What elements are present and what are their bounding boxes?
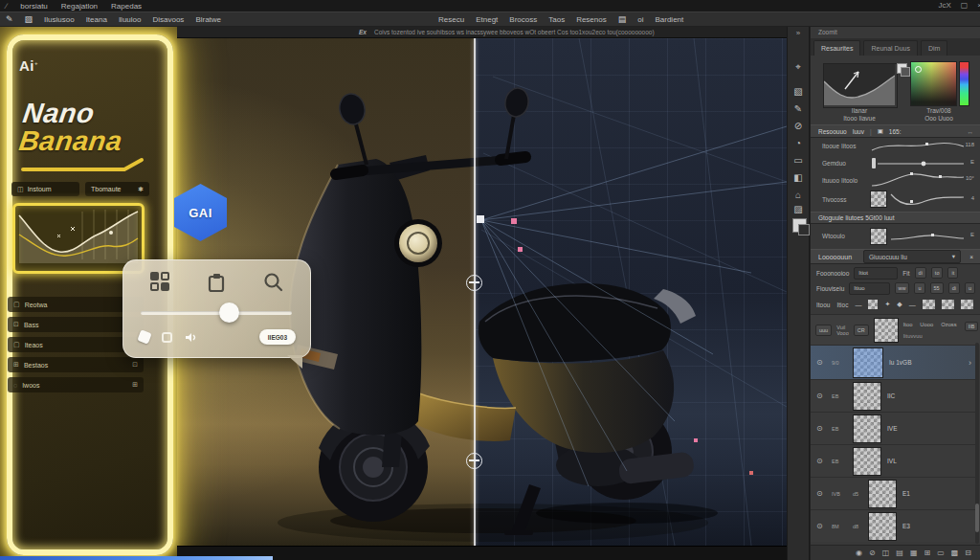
tab-dim[interactable]: Dim <box>921 40 947 56</box>
frame-icon[interactable] <box>162 332 172 343</box>
option-item[interactable]: oi <box>637 15 643 24</box>
texture-thumbnail[interactable] <box>870 190 887 208</box>
hue-slider[interactable] <box>959 61 969 106</box>
mini-slider[interactable] <box>870 155 966 170</box>
tab-tbomaute[interactable]: Tbomaute ✱ <box>85 182 149 196</box>
list-item[interactable]: ⊞ Bestaos ⊡ <box>8 357 144 372</box>
menu-item-file[interactable]: borsiatu <box>20 2 47 11</box>
option-item[interactable]: Iteana <box>86 15 107 24</box>
item-action-icon[interactable]: ⊡ <box>132 361 138 369</box>
thumb-icon[interactable] <box>923 300 935 309</box>
tab-instoum[interactable]: ◫ Instoum <box>11 182 79 196</box>
tab-reunal-duus[interactable]: Reunal Duus <box>863 40 917 56</box>
layer-row[interactable]: ⊙ IVB d5 E1 <box>811 477 977 509</box>
fill-button[interactable]: u <box>965 282 975 294</box>
star-icon[interactable]: ✦ <box>884 301 890 308</box>
tab-resaurites[interactable]: Resaurites <box>813 40 860 56</box>
art-thumbnail[interactable] <box>874 318 899 343</box>
divider-handle-top[interactable] <box>466 275 482 291</box>
layer-row[interactable]: ⊙ 8M d8 E3 <box>811 509 977 542</box>
layer-effects-icon[interactable]: ⊘ <box>869 549 876 557</box>
eraser-tool[interactable]: ◔ <box>788 138 809 148</box>
gradient-thumbnail[interactable] <box>870 228 887 245</box>
layer-thumbnail[interactable] <box>853 382 881 411</box>
hand-tool[interactable]: ⌂ <box>788 190 809 200</box>
option-item[interactable]: Ilusiusoo <box>44 15 75 24</box>
checkbox-icon[interactable]: ▣ <box>878 127 883 135</box>
move-tool[interactable]: ⌖ <box>788 61 809 73</box>
strength-slider[interactable] <box>141 311 292 315</box>
link-layers-icon[interactable]: ◉ <box>856 549 862 557</box>
lock-pixels-button[interactable]: to <box>931 267 944 279</box>
clone-tool[interactable]: ⊘ <box>788 121 809 131</box>
option-item[interactable]: Brocoss <box>509 15 537 24</box>
layers-scrollbar[interactable] <box>975 343 979 544</box>
brush-icon[interactable]: ✎ <box>6 14 13 24</box>
close-icon[interactable]: × <box>969 254 973 260</box>
layout-grid-icon[interactable] <box>150 272 169 291</box>
visibility-eye-icon[interactable]: ⊙ <box>816 392 826 400</box>
layer-row[interactable]: ⊙ EB IIC <box>811 379 977 412</box>
brush-tool[interactable]: ✎ <box>788 103 809 114</box>
list-item[interactable]: ◌ Iwoos ⊞ <box>8 377 144 392</box>
lock-transparency-button[interactable]: di <box>915 267 926 279</box>
layers-filter-dropdown[interactable]: Giuuocuuu liu ▾ <box>863 250 961 263</box>
visibility-eye-icon[interactable]: ⊙ <box>816 358 826 367</box>
layer-thumbnail[interactable] <box>853 347 883 378</box>
search-icon[interactable] <box>262 272 283 293</box>
option-item[interactable]: Resecu <box>438 15 464 24</box>
pattern-tool[interactable]: ▨ <box>788 204 809 214</box>
speaker-icon[interactable] <box>184 331 197 344</box>
fill-button[interactable]: u <box>914 282 924 294</box>
group-layers-icon[interactable]: ▦ <box>910 549 918 557</box>
fill-button[interactable]: 55 <box>930 282 944 294</box>
curve-graph[interactable] <box>889 228 966 245</box>
fill-button[interactable]: di <box>948 282 960 294</box>
crop-tool[interactable]: ▭ <box>788 155 809 166</box>
layer-mask-icon[interactable]: ◫ <box>882 549 890 557</box>
collapse-panel-icon[interactable]: » <box>788 29 809 37</box>
layer-thumbnail[interactable] <box>868 512 897 541</box>
option-item[interactable]: Bardient <box>655 15 683 24</box>
before-after-divider[interactable] <box>474 38 476 546</box>
option-item[interactable]: Iluuloo <box>119 15 142 24</box>
slider-knob[interactable] <box>219 302 239 323</box>
saturation-square[interactable] <box>910 61 957 106</box>
clipboard-icon[interactable] <box>206 272 227 293</box>
adjustment-layer-icon[interactable]: ▤ <box>896 549 903 557</box>
option-item[interactable]: Disavoos <box>152 15 184 24</box>
blend-mode-select[interactable]: Itiot <box>854 267 898 280</box>
option-item[interactable]: Taos <box>548 15 565 24</box>
fill-button[interactable]: ww <box>895 282 910 294</box>
panel-icon[interactable]: ▤ <box>618 14 627 24</box>
thumb-icon[interactable] <box>942 300 954 309</box>
curve-graph[interactable] <box>889 190 966 208</box>
option-item[interactable]: Blratwe <box>195 15 221 24</box>
divider-handle-bottom[interactable] <box>466 453 482 469</box>
preset-icon[interactable]: ▨ <box>25 14 33 24</box>
maximize-icon[interactable]: ▢ <box>961 1 969 10</box>
picker-cursor[interactable] <box>915 66 922 73</box>
collapse-icon[interactable]: ↔ <box>968 128 974 135</box>
chevron-right-icon[interactable]: › <box>969 358 971 368</box>
marquee-tool[interactable]: ▧ <box>788 86 809 97</box>
delete-layer-icon[interactable]: ⊟ <box>965 549 971 557</box>
lock-icon[interactable]: ◆ <box>897 301 902 308</box>
gradient-tool[interactable]: ◧ <box>788 172 809 183</box>
menu-item-edit[interactable]: Regajatlon <box>61 2 98 11</box>
adjustment-preview-thumbnail[interactable] <box>823 63 898 108</box>
texture-icon[interactable]: ▩ <box>951 549 959 557</box>
visibility-eye-icon[interactable]: ⊙ <box>816 424 826 433</box>
visibility-eye-icon[interactable]: ⊙ <box>816 457 826 465</box>
apply-button[interactable]: IIEG03 <box>259 329 296 345</box>
dash-icon[interactable]: — <box>909 302 916 308</box>
visibility-eye-icon[interactable]: ⊙ <box>816 489 826 498</box>
lock-position-button[interactable]: it <box>947 267 958 279</box>
mini-chart-thumbnail[interactable] <box>12 203 145 274</box>
option-item[interactable]: Etnegt <box>476 15 498 24</box>
item-action-icon[interactable]: ⊞ <box>132 381 138 389</box>
layer-row[interactable]: ⊙ 9/0 Iu 1vGB › <box>811 345 977 379</box>
thumb-icon[interactable] <box>961 300 973 309</box>
pattern-icon[interactable] <box>868 300 878 309</box>
shape-icon[interactable] <box>137 329 151 344</box>
